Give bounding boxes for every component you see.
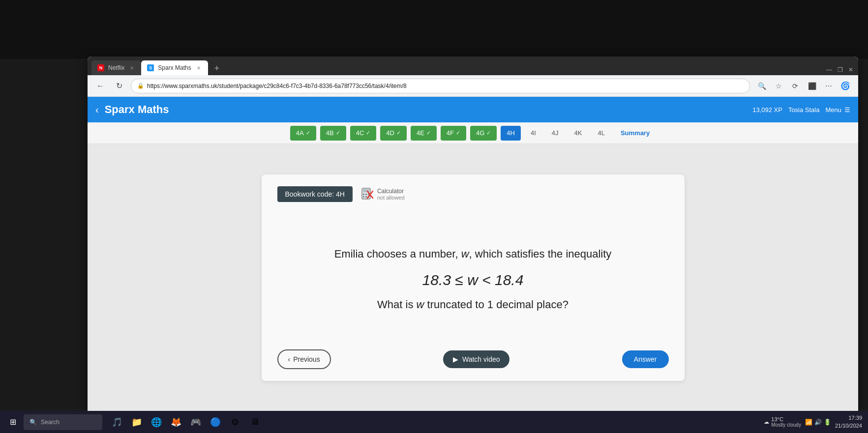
svg-rect-3	[365, 194, 367, 195]
address-bar: ← ↻ 🔒 https://www.sparxmaths.uk/student/…	[88, 75, 858, 97]
weather-icon: ☁	[764, 419, 769, 425]
tab-sparx-close[interactable]: ✕	[195, 64, 202, 71]
main-content: Bookwork code: 4H	[88, 144, 858, 411]
taskbar-time-display: 17:39	[835, 414, 862, 422]
calculator-icon	[360, 187, 374, 201]
new-tab-button[interactable]: +	[210, 61, 224, 75]
sparx-favicon: S	[147, 64, 154, 71]
question-line1: Emilia chooses a number, w, which satisf…	[334, 246, 612, 262]
calculator-info: Calculator not allowed	[360, 187, 405, 201]
netflix-favicon: N	[97, 64, 104, 71]
tab-netflix[interactable]: N Netflix ✕	[91, 60, 141, 75]
menu-button[interactable]: Menu ☰	[825, 106, 850, 114]
close-button[interactable]: ✕	[847, 66, 854, 73]
tab-4I[interactable]: 4I	[525, 126, 542, 141]
tab-4D[interactable]: 4D ✓	[380, 126, 407, 141]
answer-button[interactable]: Answer	[622, 350, 669, 368]
browser-window: N Netflix ✕ S Sparx Maths ✕ + — ❐ ✕ ← ↻ …	[88, 57, 858, 411]
taskbar-app-3[interactable]: 🌐	[148, 413, 165, 431]
tab-sparx[interactable]: S Sparx Maths ✕	[141, 60, 208, 75]
taskbar-app-5[interactable]: 🎮	[187, 413, 205, 431]
window-controls: — ❐ ✕	[826, 66, 854, 75]
tab-4E[interactable]: 4E ✓	[411, 126, 437, 141]
wifi-icon: 📶	[805, 419, 812, 426]
question-body: Emilia chooses a number, w, which satisf…	[277, 218, 669, 340]
tab-4B[interactable]: 4B ✓	[320, 126, 346, 141]
search-label: Search	[41, 419, 60, 426]
bookwork-code: Bookwork code: 4H	[277, 186, 353, 202]
calculator-status: not allowed	[377, 195, 405, 201]
tab-4A[interactable]: 4A ✓	[290, 126, 316, 141]
xp-display: 13,092 XP	[752, 106, 782, 114]
favorite-icon[interactable]: ☆	[772, 79, 785, 93]
tab-netflix-label: Netflix	[108, 64, 124, 71]
watch-video-button[interactable]: ▶ Watch video	[443, 350, 510, 368]
tab-4K[interactable]: 4K	[569, 126, 588, 141]
edge-icon[interactable]: 🌀	[838, 79, 852, 93]
question-line2: 18.3 ≤ w < 18.4	[422, 272, 524, 289]
back-button[interactable]: ←	[93, 79, 107, 93]
extensions-icon[interactable]: ⬛	[805, 79, 819, 93]
restore-button[interactable]: ❐	[837, 66, 843, 73]
system-icons: 📶 🔊 🔋	[805, 419, 831, 426]
url-bar[interactable]: 🔒 https://www.sparxmaths.uk/student/pack…	[131, 79, 750, 93]
start-button[interactable]: ⊞	[4, 413, 22, 431]
calculator-label: Calculator	[377, 188, 405, 195]
tab-bar: N Netflix ✕ S Sparx Maths ✕ + — ❐ ✕	[88, 57, 858, 75]
user-name: Tosia Stala	[788, 106, 820, 114]
svg-rect-6	[365, 196, 367, 198]
header-right: 13,092 XP Tosia Stala Menu ☰	[752, 106, 850, 114]
sparx-header: ‹ Sparx Maths 13,092 XP Tosia Stala Menu…	[88, 97, 858, 122]
address-actions: 🔍 ☆ ⟳ ⬛ ⋯ 🌀	[755, 79, 852, 93]
taskbar-icons: 🎵 📁 🌐 🦊 🎮 🔵 ⚙ 🖥	[104, 413, 762, 431]
weather-info: ☁ 13°C Mostly cloudy	[764, 416, 801, 428]
taskbar-app-8[interactable]: 🖥	[246, 413, 264, 431]
tab-4J[interactable]: 4J	[546, 126, 565, 141]
bottom-bar: ‹ Previous ▶ Watch video Answer	[277, 344, 669, 369]
menu-icon: ☰	[844, 106, 850, 114]
tab-4C[interactable]: 4C ✓	[350, 126, 377, 141]
battery-icon: 🔋	[824, 419, 831, 426]
question-card: Bookwork code: 4H	[262, 174, 685, 381]
taskbar-app-4[interactable]: 🦊	[167, 413, 185, 431]
taskbar-app-1[interactable]: 🎵	[108, 413, 126, 431]
browser-settings-icon[interactable]: ⟳	[788, 79, 802, 93]
url-text: https://www.sparxmaths.uk/student/packag…	[147, 83, 744, 89]
weather-temp: 13°C	[771, 416, 801, 422]
search-icon[interactable]: 🔍	[755, 79, 769, 93]
taskbar-app-2[interactable]: 📁	[128, 413, 146, 431]
bookwork-bar: Bookwork code: 4H	[277, 186, 669, 202]
tab-summary[interactable]: Summary	[615, 126, 656, 141]
taskbar: ⊞ 🔍 Search 🎵 📁 🌐 🦊 🎮 🔵 ⚙ 🖥 ☁ 13°C Mostly…	[0, 411, 868, 433]
sparx-app-title: Sparx Maths	[105, 103, 752, 116]
tab-4G[interactable]: 4G ✓	[470, 126, 497, 141]
tab-4H[interactable]: 4H	[501, 126, 521, 141]
browser-menu-icon[interactable]: ⋯	[822, 79, 836, 93]
taskbar-app-6[interactable]: 🔵	[207, 413, 224, 431]
taskbar-right: ☁ 13°C Mostly cloudy 📶 🔊 🔋 17:39 21/10/2…	[764, 414, 864, 430]
tab-netflix-close[interactable]: ✕	[128, 64, 135, 71]
previous-button[interactable]: ‹ Previous	[277, 349, 331, 369]
video-icon: ▶	[453, 355, 458, 363]
tab-4F[interactable]: 4F ✓	[441, 126, 466, 141]
refresh-button[interactable]: ↻	[112, 79, 126, 93]
svg-rect-5	[363, 196, 364, 198]
svg-rect-2	[363, 194, 364, 195]
sparx-back-button[interactable]: ‹	[95, 104, 99, 115]
lock-icon: 🔒	[137, 83, 144, 89]
chevron-left-icon: ‹	[288, 355, 291, 363]
volume-icon: 🔊	[814, 419, 822, 426]
weather-desc: Mostly cloudy	[771, 422, 801, 428]
taskbar-clock: 17:39 21/10/2024	[835, 414, 862, 430]
tab-4L[interactable]: 4L	[592, 126, 610, 141]
task-tabs-bar: 4A ✓ 4B ✓ 4C ✓ 4D ✓ 4E ✓ 4F ✓ 4G ✓ 4H 4I…	[88, 122, 858, 144]
taskbar-app-7[interactable]: ⚙	[226, 413, 244, 431]
question-line3: What is w truncated to 1 decimal place?	[377, 298, 569, 311]
taskbar-search[interactable]: 🔍 Search	[24, 414, 102, 430]
taskbar-date-display: 21/10/2024	[835, 422, 862, 430]
minimize-button[interactable]: —	[826, 66, 833, 73]
tab-sparx-label: Sparx Maths	[158, 64, 191, 71]
search-icon: 🔍	[30, 419, 37, 426]
